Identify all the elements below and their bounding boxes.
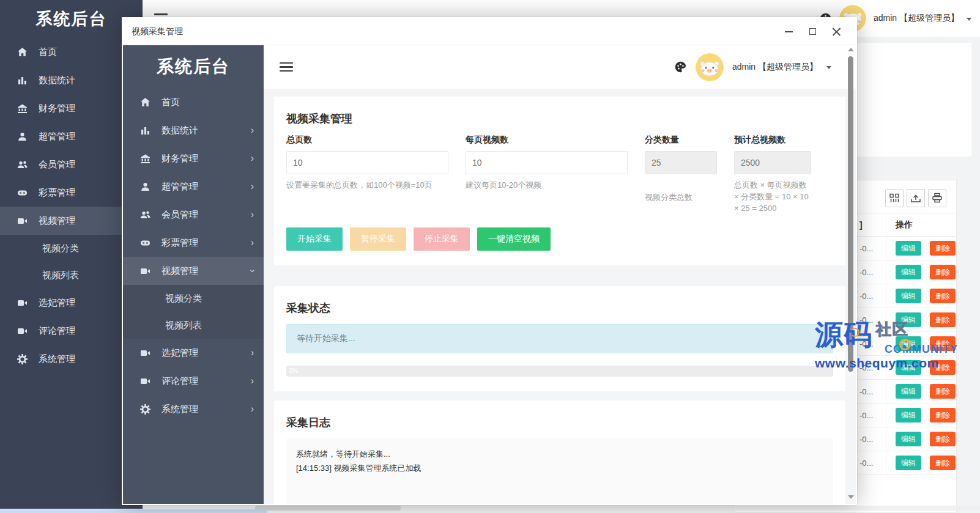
total-pages-input[interactable]	[286, 151, 448, 174]
avatar[interactable]	[696, 53, 724, 81]
chevron-right-icon: ›	[251, 125, 254, 135]
print-button[interactable]	[928, 189, 946, 207]
gamepad-icon	[139, 237, 151, 249]
edit-button[interactable]: 编辑	[896, 384, 921, 399]
field-hint: 建议每页10-20个视频	[466, 179, 628, 191]
modal-header: admin 【超级管理员】	[264, 45, 856, 89]
page-title: 视频采集管理	[286, 111, 833, 126]
scroll-up-icon[interactable]	[848, 48, 854, 51]
sidebar-item-7[interactable]: 视频分类	[123, 285, 264, 312]
gamepad-icon	[16, 186, 28, 199]
delete-button[interactable]: 删除	[930, 289, 956, 303]
delete-button[interactable]: 删除	[930, 312, 956, 327]
edit-button[interactable]: 编辑	[896, 265, 921, 279]
sidebar-item-1[interactable]: 数据统计 ›	[123, 116, 264, 144]
edit-button[interactable]: 编辑	[896, 336, 921, 351]
edit-button[interactable]: 编辑	[896, 312, 921, 327]
home-icon	[139, 96, 151, 108]
user-icon	[139, 180, 151, 193]
delete-button[interactable]: 删除	[930, 408, 956, 423]
sidebar-item-5[interactable]: 彩票管理 ›	[123, 229, 264, 257]
menu-toggle-icon[interactable]	[280, 62, 293, 72]
delete-button[interactable]: 删除	[930, 432, 956, 446]
chart-icon	[16, 74, 28, 86]
field-label: 预计总视频数	[734, 135, 811, 146]
delete-button[interactable]: 删除	[930, 456, 956, 470]
sidebar-item-4[interactable]: 会员管理 ›	[123, 201, 264, 229]
horizontal-scrollbar-thumb[interactable]	[255, 506, 401, 511]
scroll-down-icon[interactable]	[848, 495, 854, 499]
user-menu[interactable]: admin 【超级管理员】	[732, 62, 818, 73]
delete-button[interactable]: 删除	[930, 360, 956, 375]
video-icon	[139, 375, 151, 387]
chevron-right-icon: ›	[251, 348, 254, 358]
edit-button[interactable]: 编辑	[896, 360, 921, 375]
sidebar-item-10[interactable]: 评论管理 ›	[123, 367, 264, 395]
gear-icon	[16, 353, 28, 365]
field-videos-per-page: 每页视频数 建议每页10-20个视频	[466, 135, 628, 214]
edit-button[interactable]: 编辑	[896, 289, 921, 303]
sidebar-item-11[interactable]: 系统管理 ›	[123, 395, 264, 423]
chevron-right-icon: ›	[251, 182, 254, 191]
bank-icon	[16, 102, 28, 114]
delete-button[interactable]: 删除	[930, 241, 956, 256]
field-estimated-total: 预计总视频数 总页数 × 每页视频数 × 分类数量 = 10 × 10 × 25…	[734, 135, 811, 214]
modal-sidebar-nav: 首页 数据统计 › 财务管理 › 超管管理 › 会员管理 › 彩票管理 › 视频…	[123, 88, 264, 423]
edit-button[interactable]: 编辑	[896, 408, 921, 423]
progress-label: 0%	[289, 367, 299, 374]
chevron-down-icon: ›	[247, 269, 257, 272]
operations-column-header: 操作	[886, 220, 956, 231]
chevron-right-icon: ›	[251, 210, 254, 220]
collect-status-card: 采集状态 等待开始采集... 0%	[274, 286, 845, 391]
modal-brand-title: 系统后台	[123, 45, 264, 88]
edit-button[interactable]: 编辑	[896, 456, 921, 470]
chevron-right-icon: ›	[251, 153, 254, 163]
field-hint: 视频分类总数	[645, 191, 717, 203]
edit-button[interactable]: 编辑	[896, 432, 921, 446]
field-category-count: 分类数量 视频分类总数	[645, 135, 717, 214]
field-total-pages: 总页数 设置要采集的总页数，如100个视频=10页	[286, 135, 448, 214]
video-icon	[16, 215, 28, 227]
maximize-icon[interactable]	[808, 27, 817, 36]
chevron-right-icon: ›	[251, 376, 254, 386]
progress-bar: 0%	[286, 366, 833, 377]
delete-button[interactable]: 删除	[930, 336, 956, 351]
minimize-icon[interactable]	[784, 27, 793, 36]
delete-button[interactable]: 删除	[930, 384, 956, 399]
log-output: 系统就绪，等待开始采集... [14:15:33] 视频采集管理系统已加载	[286, 438, 833, 504]
videos-per-page-input[interactable]	[466, 151, 628, 174]
theme-palette-icon[interactable]	[674, 61, 687, 73]
log-line: 系统就绪，等待开始采集...	[296, 447, 823, 461]
users-icon	[16, 158, 28, 171]
modal-scrollbar[interactable]	[847, 46, 855, 500]
delete-button[interactable]: 删除	[930, 265, 956, 279]
scrollbar-thumb[interactable]	[848, 56, 853, 372]
sidebar-item-2[interactable]: 财务管理 ›	[123, 144, 264, 172]
chevron-down-icon	[967, 18, 971, 21]
chevron-right-icon: ›	[251, 404, 254, 414]
filter-columns-button[interactable]	[885, 189, 904, 207]
export-button[interactable]	[907, 189, 925, 207]
start-collect-button[interactable]: 开始采集	[286, 227, 343, 251]
stop-collect-button[interactable]: 停止采集	[414, 227, 470, 251]
log-line: [14:15:33] 视频采集管理系统已加载	[296, 461, 823, 475]
sidebar-item-6[interactable]: 视频管理 ›	[123, 257, 264, 285]
sidebar-item-3[interactable]: 超管管理 ›	[123, 172, 264, 201]
user-menu[interactable]: admin 【超级管理员】	[874, 13, 959, 24]
category-count-input	[645, 151, 717, 174]
pause-collect-button[interactable]: 暂停采集	[350, 227, 406, 251]
sidebar-item-0[interactable]: 首页	[123, 88, 264, 116]
sidebar-item-9[interactable]: 选妃管理 ›	[123, 339, 264, 367]
clear-videos-button[interactable]: 一键清空视频	[477, 227, 551, 251]
edit-button[interactable]: 编辑	[896, 241, 921, 256]
close-icon[interactable]	[832, 27, 841, 36]
field-hint: 设置要采集的总页数，如100个视频=10页	[286, 179, 448, 191]
sidebar-item-8[interactable]: 视频列表	[123, 312, 264, 339]
modal-sidebar: 系统后台 首页 数据统计 › 财务管理 › 超管管理 › 会员管理 › 彩票管理…	[123, 45, 264, 504]
video-icon	[16, 325, 28, 337]
estimated-total-input	[734, 151, 811, 174]
field-hint: 总页数 × 每页视频数 × 分类数量 = 10 × 10 × 25 = 2500	[734, 179, 811, 214]
screen: 系统后台 首页 数据统计 财务管理 超管管理 会员管理 彩票管理 视频管理 视频…	[0, 0, 980, 513]
gear-icon	[139, 403, 151, 415]
user-icon	[16, 130, 28, 142]
